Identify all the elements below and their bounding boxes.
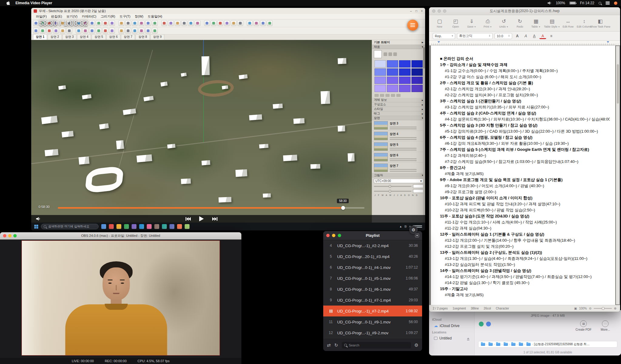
italic-button[interactable]: A — [522, 33, 529, 39]
playlist-settings-gear[interactable]: ⚙ — [415, 342, 418, 348]
underline-button[interactable]: A — [531, 33, 538, 39]
playlist-row[interactable]: UD_CG-Progr...-1)_#7-2.mp4 1:08:32 — [323, 306, 422, 316]
font-color-button[interactable]: A — [539, 34, 546, 39]
battery-icon[interactable] — [569, 2, 576, 5]
hwp-toolbar-button[interactable]: ▦ Table▼ — [528, 18, 544, 28]
folder-icon[interactable] — [488, 343, 493, 346]
playlist-row[interactable]: 8 UD_CG-Progr...0-1)_#6-1.mov 49:37 — [323, 284, 422, 295]
menubar-clock[interactable]: Fri 14:22 — [580, 1, 594, 5]
hwp-titlebar[interactable]: 도시설계표현응용(2020-1)-강의리스트.hwp — [429, 7, 620, 15]
zoom-out-button[interactable]: ⊖ — [589, 307, 591, 310]
eject-icon[interactable] — [467, 338, 469, 339]
document-line: #10-1강 과제 피드백 및 판넬 작업 안내(3:20~) / 과제 설명(… — [440, 201, 610, 207]
zoom-traffic-light[interactable] — [13, 234, 17, 237]
months-scale: J F M A M J J A S O N D — [374, 194, 423, 196]
disk-icon — [434, 337, 438, 340]
repeat-icon[interactable]: ↻ — [334, 342, 338, 348]
track-duration: 1:07:12 — [406, 265, 418, 270]
minimize-traffic-light[interactable] — [438, 9, 441, 13]
shuffle-icon[interactable]: ⇄ — [327, 342, 331, 348]
hwp-toolbar-button[interactable]: ▢ New▼ — [431, 18, 448, 28]
quick-action-icon: ··· — [602, 320, 609, 327]
view-mode-icon[interactable]: ▣ — [574, 307, 577, 310]
menubar: Elmedia Video Player 100% Fri 14:22 — [0, 0, 621, 6]
hwp-toolbar-button[interactable]: ↻ Redo▼ — [512, 18, 528, 28]
sketchup-tray: 기본 트레이▸ 재료▾ 개체 정보▸구성요소▸스타일▸태그▸ 장면▾ 장면 — [372, 40, 425, 223]
hwp-toolbar-button[interactable]: ◰ Open▼ — [448, 18, 464, 28]
spotlight-icon[interactable] — [599, 2, 601, 5]
hwp-toolbar-button[interactable]: ↔ Edit Row▼ — [560, 18, 576, 28]
close-traffic-light[interactable] — [3, 234, 6, 237]
font-dropdown[interactable]: 휴먼고딕⇕ — [457, 33, 493, 39]
next-track-button[interactable] — [212, 217, 217, 221]
zoom-traffic-light[interactable] — [443, 9, 446, 13]
document-page[interactable]: ■ 온라인 강의 순서1주 - 강의소개 / 실습 및 재택수업 과제#1-1강… — [431, 45, 615, 305]
font-size-stepper[interactable]: 10.0⇕ — [495, 33, 512, 39]
video-surface[interactable]: 무제 - SketchUp 프로 2020 (평가판 2일 남음) – □ × … — [31, 8, 425, 230]
bold-button[interactable]: A — [514, 33, 521, 39]
folder-icon[interactable] — [496, 343, 500, 346]
playlist-row[interactable]: 11 UD_CG-Progr...0-1)_#9-1.mov 56:00 — [323, 316, 422, 327]
sketchup-tool-icon — [139, 20, 144, 26]
quick-action-button[interactable]: ▤ Create PDF — [576, 320, 592, 331]
sketchup-tool-icon — [188, 20, 194, 26]
playlist-row[interactable]: 12 UD_CG-Progr...-1)_#9-2.mov 1:09:27 — [323, 327, 422, 338]
sketchup-tool-icon — [60, 28, 65, 34]
apple-menu[interactable] — [4, 1, 13, 5]
building — [58, 85, 66, 90]
minimize-traffic-light[interactable] — [8, 234, 12, 237]
volume-icon[interactable] — [548, 1, 552, 5]
folder-icon[interactable] — [504, 343, 508, 346]
left-margin-marker[interactable] — [438, 41, 440, 43]
folder-icon[interactable] — [526, 343, 531, 346]
playlist-row[interactable]: 5 UD_CG-Progr...20-1)_#3.mp4 40:26 — [323, 251, 422, 262]
style-dropdown[interactable]: Rep.▾ — [433, 33, 455, 39]
quick-action-button[interactable]: ··· More... — [601, 320, 610, 331]
right-margin-marker[interactable] — [607, 41, 609, 43]
align-button[interactable]: ≡ — [548, 33, 555, 39]
playlist-row[interactable]: 6 UD_CG-Progr...0-1)_#4-1.mov 1:07:12 — [323, 262, 422, 273]
playlist-row[interactable]: 7 UD_CG-Progr...0-1)_#5-1.mov 1:06:06 — [323, 273, 422, 284]
control-center-icon[interactable] — [606, 2, 610, 5]
hwp-toolbar-button[interactable]: ◧ Show Task Pane▼ — [592, 18, 608, 28]
previous-track-button[interactable] — [186, 217, 191, 221]
playlist-search-field[interactable]: Search — [342, 342, 411, 349]
player-menu-button[interactable] — [407, 20, 418, 31]
zoom-in-button[interactable]: ⊕ — [614, 307, 616, 310]
folder-icon[interactable] — [511, 343, 515, 346]
player-settings-gear-button[interactable]: ⚙ — [409, 226, 418, 234]
hwp-toolbar-button[interactable]: ↕ Edit Column▼ — [576, 18, 592, 28]
sidebar-item-icloud-drive[interactable]: ☁iCloud Drive — [432, 323, 471, 329]
document-scrollbar[interactable] — [616, 46, 619, 304]
building — [62, 131, 74, 137]
taskbar-app-icon — [101, 224, 106, 229]
zoom-level[interactable]: 100% — [579, 307, 587, 310]
close-traffic-light[interactable] — [432, 9, 435, 13]
play-button[interactable] — [199, 216, 204, 221]
zoom-traffic-light[interactable] — [338, 234, 341, 237]
hwp-toolbar-button[interactable]: ⇓ Save▼ — [464, 18, 480, 28]
chevron-down-icon: ▾ — [420, 179, 422, 183]
folder-icon[interactable] — [481, 343, 485, 346]
sidebar-item-untitled[interactable]: Untitled — [432, 335, 471, 341]
playlist-row[interactable]: 9 UD_CG-Progr...0-1)_#7-1.mp4 29:03 — [323, 295, 422, 306]
building — [222, 85, 228, 89]
minimize-traffic-light[interactable] — [332, 234, 335, 237]
obs-titlebar[interactable]: OBS 24.0.6 (mac) - 프로파일: Untitled - 장면: … — [0, 232, 241, 240]
hwp-toolbar-button[interactable]: ▤ Table Style▼ — [544, 18, 560, 28]
popout-icon[interactable] — [415, 233, 419, 237]
notification-dot-icon[interactable] — [614, 2, 617, 5]
hwp-toolbar-button[interactable]: ⎙ Print▼ — [480, 18, 496, 28]
playlist-titlebar[interactable]: Playlist — [323, 231, 422, 240]
seek-bar[interactable]: 58:30 — [58, 207, 364, 209]
finder-path-bar[interactable]: ›››››››[김형준-21925998]21925998 김형준 최… — [478, 341, 617, 348]
close-traffic-light[interactable] — [326, 234, 330, 237]
hwp-toolbar-button[interactable]: ↺ Undo▼ — [496, 18, 512, 28]
video-windows-taskbar: 검색하려면 여기에 입력하세요 ▲ 한 A — [31, 223, 425, 230]
sketchup-tool-icon — [125, 28, 131, 34]
hwp-ruler[interactable] — [429, 41, 620, 45]
menubar-app-name[interactable]: Elmedia Video Player — [13, 1, 55, 5]
folder-icon[interactable] — [519, 343, 523, 346]
zoom-slider[interactable] — [594, 308, 612, 309]
playlist-row[interactable]: 4 UD_CG-Progr...-1)_#2-2.mp4 30:36 — [323, 240, 422, 251]
